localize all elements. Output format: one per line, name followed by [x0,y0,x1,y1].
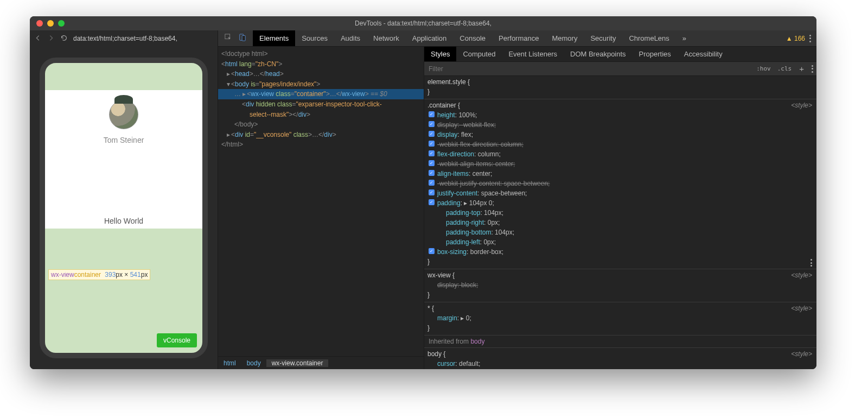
css-property-row[interactable]: -webkit-justify-content: space-between; [427,179,813,188]
property-checkbox[interactable] [429,121,435,127]
vconsole-button[interactable]: vConsole [157,333,197,347]
preview-column: data:text/html;charset=utf-8;base64, Tom… [30,30,218,369]
main-tabs: Elements Sources Audits Network Applicat… [253,30,693,46]
tab-chromelens[interactable]: ChromeLens [622,30,675,46]
css-property-row[interactable]: display: flex; [427,130,813,140]
crumb-body[interactable]: body [241,359,266,367]
username-label: Tom Steiner [104,136,144,144]
css-property-row[interactable]: justify-content: space-between; [427,188,813,198]
rule-menu-icon[interactable] [810,259,812,267]
rule-container[interactable]: <style> .container { height: 100%;displa… [424,99,816,269]
titlebar: DevTools - data:text/html;charset=utf-8;… [30,16,816,30]
tree-line[interactable]: <div hidden class="exparser-inspector-to… [218,99,424,110]
tab-sources[interactable]: Sources [295,30,334,46]
device-frame: Tom Steiner Hello World wx-viewcontainer… [30,47,218,369]
tree-line[interactable]: </html> [218,140,424,150]
close-icon[interactable] [36,20,43,27]
tree-line[interactable]: ▸<div id="__vconsole" class>…</div> [218,130,424,140]
css-property-row[interactable]: padding-top: 104px; [427,208,813,218]
css-property-row[interactable]: box-sizing: border-box; [427,247,813,257]
source-link[interactable]: <style> [791,270,812,280]
tree-line[interactable]: ▸<head>…</head> [218,69,424,79]
property-checkbox[interactable] [429,180,435,186]
rule-body[interactable]: <style> body { cursor: default;-webkit-u… [424,348,816,369]
property-checkbox[interactable] [429,189,435,195]
settings-menu-icon[interactable] [809,35,811,42]
tab-performance[interactable]: Performance [492,30,545,46]
tab-security[interactable]: Security [584,30,622,46]
css-property-row[interactable]: -webkit-flex-direction: column; [427,140,813,149]
devtools-toolbar: Elements Sources Audits Network Applicat… [218,30,816,47]
main-panel: Elements Sources Audits Network Applicat… [218,30,816,369]
maximize-icon[interactable] [58,20,65,27]
device-toggle-icon[interactable] [239,34,246,43]
back-icon[interactable] [34,34,42,43]
css-property-row[interactable]: padding-left: 0px; [427,237,813,247]
subtab-computed[interactable]: Computed [456,47,502,61]
hov-button[interactable]: :hov [753,65,774,72]
tree-line-selected[interactable]: … ▸<wx-view class="container">…</wx-view… [218,89,424,99]
property-checkbox[interactable] [429,131,435,137]
css-property-row[interactable]: padding-bottom: 104px; [427,227,813,237]
rule-wxview[interactable]: <style> wx-view { display: block; } [424,269,816,302]
property-checkbox[interactable] [429,111,435,117]
css-property-row[interactable]: height: 100%; [427,110,813,120]
tab-console[interactable]: Console [453,30,492,46]
css-property-row[interactable]: padding: ▸ 104px 0; [427,198,813,208]
subtab-listeners[interactable]: Event Listeners [502,47,564,61]
tab-memory[interactable]: Memory [545,30,584,46]
tabs-overflow[interactable]: » [676,30,693,46]
css-property-row[interactable]: margin: ▸ 0; [427,313,813,323]
device-screen: Tom Steiner Hello World wx-viewcontainer… [40,58,208,358]
property-checkbox[interactable] [429,141,435,147]
css-property-row[interactable]: display: -webkit-flex; [427,120,813,130]
inspect-icon[interactable] [225,34,232,43]
warning-icon[interactable]: ▲ 166 [786,35,805,42]
tab-network[interactable]: Network [367,30,406,46]
tree-line[interactable]: ▾<body is="pages/index/index"> [218,79,424,90]
minimize-icon[interactable] [47,20,54,27]
styles-menu-icon[interactable] [812,65,813,73]
tooltip-tag: wx-view [51,271,74,278]
tab-audits[interactable]: Audits [334,30,367,46]
property-checkbox[interactable] [429,160,435,166]
filter-input[interactable] [424,65,753,73]
css-property-row[interactable]: padding-right: 0px; [427,218,813,227]
tree-line[interactable]: <!doctype html> [218,49,424,59]
property-checkbox[interactable] [429,248,435,254]
panes: <!doctype html> <html lang="zh-CN"> ▸<he… [218,47,816,369]
subtab-properties[interactable]: Properties [633,47,678,61]
crumb-html[interactable]: html [218,359,241,367]
property-checkbox[interactable] [429,150,435,156]
property-checkbox[interactable] [429,170,435,176]
source-link[interactable]: <style> [791,349,812,359]
subtab-dom-breakpoints[interactable]: DOM Breakpoints [564,47,633,61]
subtab-accessibility[interactable]: Accessibility [678,47,729,61]
url-field[interactable]: data:text/html;charset=utf-8;base64, [73,35,177,42]
css-property-row[interactable]: display: block; [427,280,813,290]
breadcrumb: html body wx-view.container [218,356,424,369]
tab-application[interactable]: Application [406,30,454,46]
dom-tree[interactable]: <!doctype html> <html lang="zh-CN"> ▸<he… [218,47,424,356]
tab-elements[interactable]: Elements [253,30,295,46]
forward-icon[interactable] [47,34,55,43]
tree-line[interactable]: <html lang="zh-CN"> [218,59,424,69]
new-rule-icon[interactable]: + [795,64,808,73]
tree-line[interactable]: </body> [218,119,424,130]
subtab-styles[interactable]: Styles [424,47,456,61]
reload-icon[interactable] [60,34,68,43]
cls-button[interactable]: .cls [774,65,795,72]
rule-element-style[interactable]: element.style { } [424,76,816,99]
source-link[interactable]: <style> [791,100,812,110]
css-property-row[interactable]: align-items: center; [427,169,813,179]
crumb-wxview[interactable]: wx-view.container [266,359,329,367]
source-link[interactable]: <style> [791,303,812,313]
css-property-row[interactable]: -webkit-user-select: none; [427,369,813,369]
rule-star[interactable]: <style> * { margin: ▸ 0; } [424,302,816,335]
tooltip-w: 393 [105,271,116,278]
css-property-row[interactable]: flex-direction: column; [427,149,813,159]
tree-line[interactable]: select--mask"></div> [218,110,424,120]
property-checkbox[interactable] [429,199,435,205]
css-property-row[interactable]: -webkit-align-items: center; [427,159,813,169]
css-property-row[interactable]: cursor: default; [427,359,813,369]
